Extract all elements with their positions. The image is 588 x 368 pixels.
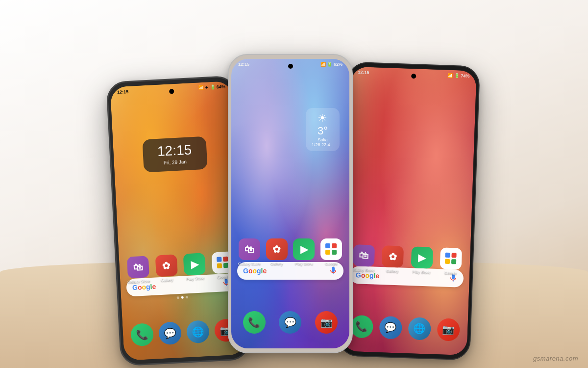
phone-right-body: 12:15 📶 🔋 74% Google xyxy=(338,61,480,360)
google-logo-center: Google xyxy=(243,267,267,275)
dock-browser-right[interactable]: 🌐 xyxy=(408,317,431,341)
dock-camera-right[interactable]: 📷 xyxy=(437,318,460,342)
dock-messages-right[interactable]: 💬 xyxy=(379,316,402,340)
google-icon-right xyxy=(440,247,463,270)
app-play-store-right[interactable]: ▶ Play Store xyxy=(408,246,435,275)
app-grid-center: 🛍 Galaxy Store ✿ Gallery ▶ Play Store xyxy=(231,238,349,266)
phones-container: 12:15 📶 ✦ 🔋 64% 12:15 Fri, 29 Jan Google xyxy=(61,20,527,353)
weather-city: Sofia xyxy=(312,137,334,142)
play-store-label-center: Play Store xyxy=(295,262,313,266)
phone-right-screen: 12:15 📶 🔋 74% Google xyxy=(342,67,477,356)
gallery-icon-center: ✿ xyxy=(266,238,288,260)
status-icons-left: 📶 ✦ 🔋 64% xyxy=(198,84,225,91)
dock-phone-right[interactable]: 📞 xyxy=(350,315,373,339)
mic-icon-center xyxy=(329,266,338,275)
clock-date-left: Fri, 29 Jan xyxy=(150,158,200,166)
dot-3 xyxy=(185,296,188,298)
app-galaxy-store-center[interactable]: 🛍 Galaxy Store xyxy=(237,238,262,266)
phone-center-body: 12:15 📶 🔋 62% ☀ 3° Sofia 1/28 22:4... Go… xyxy=(228,54,353,353)
app-google-right[interactable]: Google xyxy=(438,247,465,276)
app-play-store-left[interactable]: ▶ Play Store xyxy=(181,253,208,282)
search-input-left[interactable] xyxy=(160,283,222,286)
dock-messages-left[interactable]: 💬 xyxy=(158,321,182,345)
dock-camera-center[interactable]: 📷 xyxy=(315,311,338,334)
weather-date: 1/28 22:4... xyxy=(312,142,334,147)
google-label-center: Google xyxy=(325,262,338,266)
app-galaxy-store-left[interactable]: 🛍 Galaxy Store xyxy=(125,256,152,285)
app-google-center[interactable]: Google xyxy=(319,238,343,266)
galaxy-store-icon-center: 🛍 xyxy=(239,238,260,260)
galaxy-store-icon-left: 🛍 xyxy=(127,256,149,278)
dot-1 xyxy=(176,296,179,299)
search-input-right[interactable] xyxy=(383,276,449,278)
phone-center-wallpaper xyxy=(231,59,349,348)
weather-temp: 3° xyxy=(312,125,334,137)
phone-right-wallpaper xyxy=(342,67,477,356)
google-icon-center xyxy=(320,238,342,260)
dock-center: 📞 💬 📷 xyxy=(231,311,349,334)
dock-phone-left[interactable]: 📞 xyxy=(130,323,154,346)
galaxy-store-label-right: Galaxy Store xyxy=(352,267,375,273)
gallery-label-right: Gallery xyxy=(386,268,399,273)
play-store-label-right: Play Store xyxy=(412,269,430,274)
phone-center-camera xyxy=(288,64,293,69)
app-grid-right: 🛍 Galaxy Store ✿ Gallery ▶ Play Store xyxy=(344,244,470,276)
dock-right: 📞 💬 🌐 📷 xyxy=(342,315,468,342)
play-store-label-left: Play Store xyxy=(186,276,204,281)
phone-center-wrapper: 12:15 📶 🔋 62% ☀ 3° Sofia 1/28 22:4... Go… xyxy=(228,54,353,353)
app-galaxy-store-right[interactable]: 🛍 Galaxy Store xyxy=(350,244,377,273)
app-gallery-left[interactable]: ✿ Gallery xyxy=(153,254,180,283)
phone-right-wrapper: 12:15 📶 🔋 74% Google xyxy=(338,61,480,360)
clock-widget-left: 12:15 Fri, 29 Jan xyxy=(142,136,207,173)
dock-phone-center[interactable]: 📞 xyxy=(243,311,266,334)
gallery-label-center: Gallery xyxy=(270,262,283,266)
galaxy-store-icon-right: 🛍 xyxy=(352,244,375,267)
status-time-left: 12:15 xyxy=(117,89,129,95)
app-gallery-right[interactable]: ✿ Gallery xyxy=(379,245,406,274)
status-icons-right: 📶 🔋 74% xyxy=(447,73,469,79)
galaxy-store-label-center: Galaxy Store xyxy=(238,262,261,266)
weather-widget-center: ☀ 3° Sofia 1/28 22:4... xyxy=(306,108,340,151)
status-icons-center: 📶 🔋 62% xyxy=(320,62,343,67)
play-store-icon-left: ▶ xyxy=(183,253,206,275)
status-time-right: 12:15 xyxy=(358,70,369,75)
app-play-store-center[interactable]: ▶ Play Store xyxy=(292,238,317,266)
play-store-icon-right: ▶ xyxy=(411,246,433,269)
dock-messages-center[interactable]: 💬 xyxy=(279,311,301,334)
gallery-icon-left: ✿ xyxy=(155,254,177,277)
clock-time-left: 12:15 xyxy=(149,143,199,159)
phone-left-screen: 12:15 📶 ✦ 🔋 64% 12:15 Fri, 29 Jan Google xyxy=(110,81,246,361)
gallery-label-left: Gallery xyxy=(161,278,173,283)
play-store-icon-center: ▶ xyxy=(293,238,315,260)
app-gallery-center[interactable]: ✿ Gallery xyxy=(265,238,289,266)
dot-2 xyxy=(181,296,183,299)
gallery-icon-right: ✿ xyxy=(382,245,404,268)
google-label-right: Google xyxy=(444,271,457,276)
phone-center-screen: 12:15 📶 🔋 62% ☀ 3° Sofia 1/28 22:4... Go… xyxy=(231,59,349,348)
dock-browser-left[interactable]: 🌐 xyxy=(186,320,210,343)
watermark: gsmarena.com xyxy=(533,355,578,362)
status-time-center: 12:15 xyxy=(238,62,249,67)
